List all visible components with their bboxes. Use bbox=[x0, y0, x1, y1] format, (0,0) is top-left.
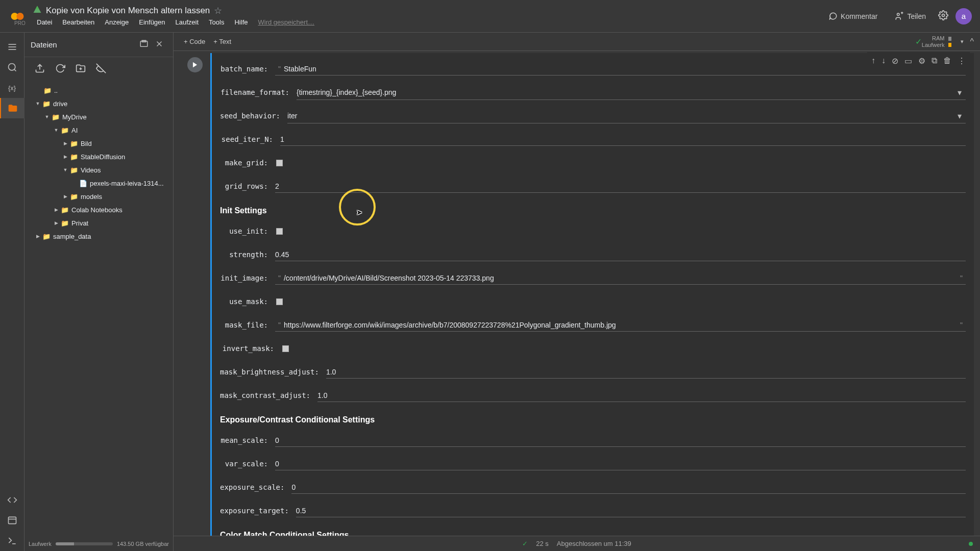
add-text-button[interactable]: + Text bbox=[209, 36, 235, 47]
saving-status: Wird gespeichert… bbox=[254, 17, 318, 27]
strength-input[interactable]: 0.45 bbox=[275, 251, 966, 259]
toc-icon[interactable] bbox=[0, 37, 24, 57]
filename-format-label: filename_format: bbox=[220, 88, 297, 96]
cursor-icon: ➤ bbox=[356, 208, 362, 216]
delete-cell-icon[interactable]: 🗑 bbox=[941, 54, 953, 68]
share-button[interactable]: Teilen bbox=[890, 9, 931, 24]
add-code-button[interactable]: + Code bbox=[180, 36, 209, 47]
seed-iter-n-input[interactable]: 1 bbox=[280, 135, 966, 143]
mask-contrast-input[interactable]: 1.0 bbox=[317, 391, 966, 399]
tree-models[interactable]: ▶📁models bbox=[24, 190, 173, 203]
svg-marker-19 bbox=[193, 62, 197, 68]
seed-behavior-select[interactable]: iter bbox=[287, 112, 953, 120]
svg-point-1 bbox=[17, 13, 23, 19]
ram-indicator[interactable]: RAM Laufwerk ▾ bbox=[922, 35, 964, 47]
tree-videos[interactable]: ▼📁Videos bbox=[24, 163, 173, 177]
move-down-icon[interactable]: ↓ bbox=[879, 54, 888, 68]
star-icon[interactable]: ☆ bbox=[214, 5, 222, 16]
seed-behavior-label: seed_behavior: bbox=[220, 112, 287, 120]
notebook-area[interactable]: ↑ ↓ ⊘ ▭ ⚙ ⧉ 🗑 ⋮ batch_name:"StableFun fi… bbox=[174, 51, 980, 536]
mask-file-input[interactable]: https://www.filterforge.com/wiki/images/… bbox=[284, 321, 957, 329]
connected-check-icon: ✓ bbox=[915, 37, 922, 46]
disk-usage: Laufwerk 143.50 GB verfügbar bbox=[29, 541, 169, 547]
tree-drive[interactable]: ▼📁drive bbox=[24, 97, 173, 110]
menu-runtime[interactable]: Laufzeit bbox=[172, 17, 203, 27]
comment-cell-icon[interactable]: ▭ bbox=[902, 54, 914, 68]
var-scale-input[interactable]: 0 bbox=[275, 460, 966, 468]
shell-rail-icon[interactable] bbox=[0, 531, 24, 551]
mirror-icon[interactable]: ⧉ bbox=[929, 54, 939, 68]
close-panel-icon[interactable] bbox=[152, 36, 167, 54]
var-scale-label: var_scale: bbox=[220, 460, 275, 468]
menu-file[interactable]: Datei bbox=[33, 17, 56, 27]
use-mask-checkbox[interactable] bbox=[276, 298, 283, 305]
tree-sample[interactable]: ▶📁sample_data bbox=[24, 230, 173, 243]
use-mask-label: use_mask: bbox=[220, 297, 275, 306]
new-window-icon[interactable] bbox=[136, 36, 152, 54]
upload-icon[interactable] bbox=[35, 63, 45, 76]
mount-drive-icon[interactable] bbox=[76, 63, 86, 76]
mean-scale-label: mean_scale: bbox=[220, 436, 275, 444]
terminal-rail-icon[interactable] bbox=[0, 510, 24, 531]
mask-brightness-input[interactable]: 1.0 bbox=[326, 368, 966, 376]
run-cell-button[interactable] bbox=[187, 57, 203, 72]
svg-rect-17 bbox=[948, 37, 951, 41]
svg-rect-18 bbox=[948, 43, 951, 47]
menu-view[interactable]: Anzeige bbox=[101, 17, 133, 27]
menu-tools[interactable]: Tools bbox=[205, 17, 228, 27]
document-title[interactable]: Kopie von Kopie von Mensch altern lassen bbox=[46, 6, 210, 16]
hide-icon[interactable] bbox=[96, 63, 106, 76]
refresh-icon[interactable] bbox=[55, 63, 65, 76]
chevron-down-icon[interactable]: ▾ bbox=[953, 111, 966, 121]
tree-colab[interactable]: ▶📁Colab Notebooks bbox=[24, 203, 173, 216]
tree-privat[interactable]: ▶📁Privat bbox=[24, 216, 173, 230]
menu-help[interactable]: Hilfe bbox=[230, 17, 252, 27]
tree-bild[interactable]: ▶📁Bild bbox=[24, 137, 173, 150]
comment-button[interactable]: Kommentar bbox=[823, 9, 883, 24]
mean-scale-input[interactable]: 0 bbox=[275, 436, 966, 444]
expand-icon[interactable]: ^ bbox=[970, 37, 974, 46]
exposure-scale-input[interactable]: 0 bbox=[291, 483, 966, 491]
svg-rect-9 bbox=[8, 517, 16, 523]
tree-sd[interactable]: ▶📁StableDiffusion bbox=[24, 150, 173, 163]
files-rail-icon[interactable] bbox=[0, 98, 24, 118]
status-dot-icon bbox=[969, 542, 973, 546]
header-bar: PRO Kopie von Kopie von Mensch altern la… bbox=[0, 0, 980, 33]
filename-format-input[interactable]: {timestring}_{index}_{seed}.png bbox=[297, 88, 953, 96]
search-rail-icon[interactable] bbox=[0, 57, 24, 78]
menu-insert[interactable]: Einfügen bbox=[135, 17, 169, 27]
make-grid-checkbox[interactable] bbox=[276, 160, 283, 166]
grid-rows-input[interactable]: 2 bbox=[275, 182, 966, 190]
menu-edit[interactable]: Bearbeiten bbox=[58, 17, 99, 27]
cell-actions: ↑ ↓ ⊘ ▭ ⚙ ⧉ 🗑 ⋮ bbox=[867, 52, 970, 70]
pro-badge: PRO bbox=[14, 20, 26, 26]
chevron-down-icon[interactable]: ▾ bbox=[961, 38, 964, 45]
form-cell: ↑ ↓ ⊘ ▭ ⚙ ⧉ 🗑 ⋮ batch_name:"StableFun fi… bbox=[180, 53, 974, 536]
exposure-target-label: exposure_target: bbox=[220, 507, 296, 515]
exposure-target-input[interactable]: 0.5 bbox=[296, 507, 966, 515]
move-up-icon[interactable]: ↑ bbox=[869, 54, 877, 68]
code-rail-icon[interactable] bbox=[0, 490, 24, 510]
invert-mask-checkbox[interactable] bbox=[282, 345, 289, 352]
notebook-toolbar: + Code + Text ✓ RAM Laufwerk ▾ ^ bbox=[174, 33, 980, 51]
use-init-checkbox[interactable] bbox=[276, 228, 283, 235]
exposure-settings-heading: Exposure/Contrast Conditional Settings bbox=[220, 415, 966, 424]
variables-icon[interactable]: {x} bbox=[0, 78, 24, 98]
link-icon[interactable]: ⊘ bbox=[890, 54, 900, 68]
seed-iter-n-label: seed_iter_N: bbox=[220, 135, 280, 143]
avatar[interactable]: a bbox=[955, 8, 972, 24]
tree-parent[interactable]: 📁.. bbox=[24, 84, 173, 97]
tree-mydrive[interactable]: ▼📁MyDrive bbox=[24, 110, 173, 123]
init-image-input[interactable]: /content/drive/MyDrive/AI/Bild/Screensho… bbox=[284, 274, 957, 282]
settings-icon[interactable] bbox=[938, 10, 948, 22]
mask-brightness-label: mask_brightness_adjust: bbox=[220, 368, 326, 376]
mask-file-label: mask_file: bbox=[220, 321, 275, 329]
status-check-icon: ✓ bbox=[522, 540, 528, 547]
more-cell-icon[interactable]: ⋮ bbox=[955, 54, 968, 68]
tree-ai[interactable]: ▼📁AI bbox=[24, 123, 173, 137]
settings-cell-icon[interactable]: ⚙ bbox=[916, 54, 927, 68]
tree-pexels[interactable]: 📄pexels-maxi-leiva-1314... bbox=[24, 177, 173, 190]
svg-point-3 bbox=[942, 14, 945, 16]
batch-name-input[interactable]: StableFun bbox=[284, 65, 966, 73]
chevron-down-icon[interactable]: ▾ bbox=[953, 88, 966, 97]
